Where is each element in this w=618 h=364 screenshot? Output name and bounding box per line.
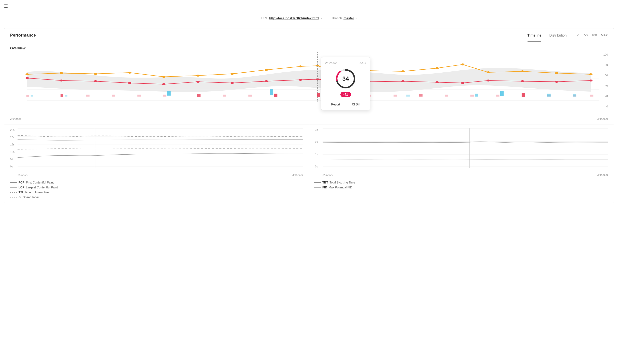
svg-point-18 — [435, 67, 439, 69]
svg-rect-69 — [270, 89, 273, 95]
svg-point-28 — [162, 83, 166, 85]
bottom-chart-wrap-left: 25s 20s 15s 10s 5s 0s — [10, 128, 303, 173]
tab-distribution[interactable]: Distribution — [549, 28, 567, 42]
tbt-short: TBT — [322, 181, 328, 184]
gauge-container: 34 — [334, 68, 357, 90]
svg-rect-76 — [573, 94, 576, 97]
svg-point-13 — [299, 65, 302, 67]
svg-rect-61 — [496, 95, 499, 97]
svg-point-39 — [486, 80, 490, 81]
svg-point-27 — [128, 82, 132, 84]
bottom-chart-svg-right — [323, 128, 608, 168]
main-chart-area: 100 80 60 40 20 0 2/22/2020 00:34 — [10, 52, 608, 116]
svg-rect-49 — [163, 95, 166, 97]
bottom-chart-right: 3s 2s 1s 0s — [309, 124, 614, 181]
svg-point-6 — [60, 72, 63, 74]
url-label: URL — [261, 16, 268, 20]
svg-rect-48 — [137, 95, 141, 97]
svg-point-5 — [25, 73, 29, 75]
x-start-label: 2/9/2020 — [10, 117, 21, 120]
svg-point-8 — [128, 72, 132, 74]
fcp-long: First Contentful Paint — [26, 181, 54, 184]
svg-point-30 — [230, 82, 234, 84]
svg-point-10 — [196, 75, 200, 77]
svg-rect-65 — [590, 95, 593, 97]
lcp-long: Largest Contentful Paint — [26, 186, 58, 189]
bottom-left-x-end: 3/4/2020 — [292, 173, 303, 176]
svg-rect-67 — [65, 95, 67, 97]
branch-control[interactable]: Branch master ▾ — [332, 16, 357, 20]
ci-diff-button[interactable]: CI Diff — [352, 103, 360, 106]
count-25[interactable]: 25 — [576, 33, 580, 37]
score-delta: -41 — [340, 92, 351, 97]
panel-header: Performance Timeline Distribution 25 50 … — [4, 28, 614, 42]
svg-rect-59 — [445, 95, 448, 97]
svg-point-19 — [461, 63, 464, 65]
y-axis-right: 100 80 60 40 20 0 — [603, 52, 608, 109]
hamburger-icon[interactable]: ☰ — [4, 3, 8, 9]
tab-timeline[interactable]: Timeline — [528, 28, 542, 42]
svg-point-29 — [196, 81, 200, 83]
tti-line-icon — [10, 191, 17, 194]
tti-short: TTI — [19, 191, 23, 194]
svg-point-11 — [230, 73, 234, 75]
tooltip-header: 2/22/2020 00:34 — [325, 61, 366, 65]
count-max[interactable]: MAX — [601, 33, 608, 37]
svg-point-31 — [265, 80, 268, 82]
main-panel: Performance Timeline Distribution 25 50 … — [4, 28, 614, 203]
legend-tbt: TBT Total Blocking Time — [314, 181, 608, 184]
tooltip-score-container: 34 -41 — [325, 68, 366, 97]
tbt-long: Total Blocking Time — [330, 181, 355, 184]
svg-rect-45 — [61, 94, 63, 97]
svg-rect-50 — [197, 94, 200, 97]
si-long: Speed Index — [23, 196, 39, 199]
branch-label: Branch — [332, 16, 342, 20]
si-line-icon — [10, 196, 17, 199]
bottom-charts: 25s 20s 15s 10s 5s 0s — [4, 124, 614, 181]
svg-point-26 — [94, 80, 97, 82]
bottom-chart-svg-left — [18, 128, 303, 168]
bottom-right-x-end: 3/4/2020 — [597, 173, 608, 176]
svg-rect-75 — [547, 94, 551, 97]
lcp-line-icon — [10, 186, 17, 189]
fid-line-icon — [314, 186, 321, 189]
bottom-chart-wrap-right: 3s 2s 1s 0s — [315, 128, 608, 173]
svg-point-23 — [589, 73, 593, 75]
svg-point-17 — [401, 70, 405, 72]
svg-rect-51 — [223, 95, 226, 97]
svg-point-12 — [265, 69, 268, 71]
svg-point-38 — [461, 82, 464, 84]
svg-rect-73 — [475, 94, 478, 97]
left-legend-section: FCP First Contentful Paint LCP Largest C… — [10, 181, 304, 199]
count-50[interactable]: 50 — [584, 33, 588, 37]
svg-point-37 — [435, 81, 439, 83]
svg-rect-47 — [112, 95, 115, 97]
bottom-right-x-start: 2/9/2020 — [323, 173, 333, 176]
si-short: SI — [19, 196, 21, 199]
url-dropdown-icon[interactable]: ▾ — [321, 17, 322, 20]
tooltip-date: 2/22/2020 — [325, 61, 338, 65]
main-x-axis: 2/9/2020 3/4/2020 — [4, 116, 614, 122]
svg-point-7 — [94, 73, 97, 75]
svg-rect-52 — [248, 95, 252, 97]
top-nav: ☰ — [0, 0, 618, 12]
svg-rect-66 — [31, 95, 33, 97]
url-control[interactable]: URL http://localhost:PORT/index.html ▾ — [261, 16, 322, 20]
report-button[interactable]: Report — [331, 103, 340, 106]
svg-rect-74 — [500, 91, 504, 96]
svg-rect-53 — [274, 94, 277, 97]
branch-dropdown-icon[interactable]: ▾ — [355, 17, 357, 20]
count-100[interactable]: 100 — [592, 33, 597, 37]
left-y-axis: 25s 20s 15s 10s 5s 0s — [10, 128, 17, 168]
main-chart-svg — [10, 52, 608, 106]
svg-point-22 — [555, 72, 558, 74]
bottom-left-x-axis: 2/9/2020 3/4/2020 — [18, 173, 303, 177]
bottom-legends: FCP First Contentful Paint LCP Largest C… — [4, 181, 614, 203]
svg-rect-46 — [86, 95, 89, 97]
svg-rect-57 — [394, 95, 397, 97]
svg-rect-72 — [406, 95, 410, 97]
bottom-right-x-axis: 2/9/2020 3/4/2020 — [323, 173, 608, 177]
lcp-short: LCP — [19, 186, 24, 189]
svg-point-21 — [521, 70, 524, 72]
svg-point-36 — [401, 80, 405, 82]
